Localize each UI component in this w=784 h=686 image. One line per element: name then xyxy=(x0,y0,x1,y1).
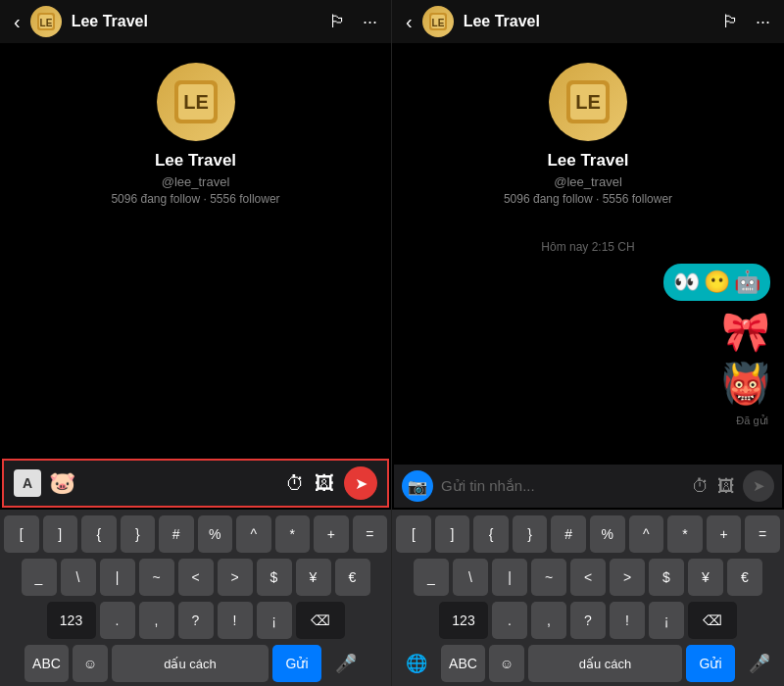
kb-key[interactable]: ^ xyxy=(629,515,664,553)
kb-key[interactable]: % xyxy=(198,515,233,553)
image-icon-right[interactable]: 🖼 xyxy=(717,476,735,497)
camera-button-right[interactable]: 📷 xyxy=(402,470,433,502)
kb-key[interactable]: ] xyxy=(43,515,78,553)
kb-key[interactable]: $ xyxy=(649,559,684,596)
kb-key[interactable]: $ xyxy=(257,559,292,596)
text-icon-left[interactable]: A xyxy=(14,469,41,497)
profile-name-right: Lee Travel xyxy=(547,151,628,171)
profile-stats-right: 5096 đang follow · 5556 follower xyxy=(504,192,672,206)
kb-key[interactable]: = xyxy=(353,515,388,553)
back-button-left[interactable]: ‹ xyxy=(14,11,21,33)
kb-backspace-left[interactable]: ⌫ xyxy=(296,602,345,639)
keyboard-right: [ ] { } # % ^ * + = _ \ | ~ < > $ ¥ € 12… xyxy=(392,510,784,686)
kb-key[interactable]: ? xyxy=(178,602,214,639)
profile-handle-right: @lee_travel xyxy=(554,174,622,189)
timer-icon-right[interactable]: ⏱ xyxy=(692,476,710,497)
kb-key[interactable]: # xyxy=(159,515,194,553)
kb-key[interactable]: > xyxy=(610,559,645,596)
kb-key[interactable]: } xyxy=(121,515,156,553)
kb-emoji-left[interactable]: ☺ xyxy=(73,645,108,682)
emoji-icon-left[interactable]: 🐷 xyxy=(49,470,75,496)
kb-key[interactable]: ! xyxy=(218,602,253,639)
kb-emoji-right[interactable]: ☺ xyxy=(489,645,524,682)
kb-key[interactable]: ~ xyxy=(531,559,566,596)
kb-key[interactable]: , xyxy=(139,602,174,639)
kb-key[interactable]: € xyxy=(727,559,762,596)
kb-key[interactable]: + xyxy=(707,515,742,553)
kb-key[interactable]: # xyxy=(551,515,586,553)
kb-key[interactable]: < xyxy=(570,559,606,596)
send-button-left[interactable]: ➤ xyxy=(344,466,377,500)
kb-key[interactable]: > xyxy=(218,559,253,596)
globe-icon-right[interactable]: 🌐 xyxy=(396,645,437,682)
kb-row3-left: 123 . , ? ! ¡ ⌫ xyxy=(4,602,387,639)
flag-icon-right[interactable]: 🏳 xyxy=(722,12,740,32)
kb-key[interactable]: . xyxy=(492,602,527,639)
kb-key[interactable]: % xyxy=(590,515,625,553)
kb-abc-left[interactable]: ABC xyxy=(24,645,69,682)
image-icon-left[interactable]: 🖼 xyxy=(315,472,334,495)
sticker-ghost: 👹 xyxy=(721,361,770,407)
back-button-right[interactable]: ‹ xyxy=(406,11,413,33)
sticker-pink: 🎀 xyxy=(721,309,770,355)
kb-key[interactable]: = xyxy=(745,515,780,553)
kb-key[interactable]: | xyxy=(492,559,527,596)
kb-key[interactable]: ^ xyxy=(236,515,271,553)
more-icon-left[interactable]: ··· xyxy=(363,12,377,32)
kb-key[interactable]: € xyxy=(335,559,370,596)
message-bar-left: A 🐷 ⏱ 🖼 ➤ xyxy=(2,459,389,508)
kb-123-left[interactable]: 123 xyxy=(47,602,96,639)
kb-key[interactable]: ¡ xyxy=(649,602,684,639)
kb-key[interactable]: ? xyxy=(570,602,606,639)
kb-key[interactable]: * xyxy=(667,515,703,553)
send-button-right[interactable]: ➤ xyxy=(743,470,774,502)
kb-key[interactable]: { xyxy=(473,515,509,553)
header-avatar-left: LE xyxy=(30,6,62,37)
timer-icon-left[interactable]: ⏱ xyxy=(285,472,305,495)
message-input-right[interactable]: Gửi tin nhắn... xyxy=(441,477,684,495)
kb-key[interactable]: < xyxy=(178,559,214,596)
kb-key[interactable]: } xyxy=(513,515,548,553)
avatar-large-left: LE xyxy=(157,63,235,141)
more-icon-right[interactable]: ··· xyxy=(756,12,770,32)
kb-key[interactable]: [ xyxy=(396,515,431,553)
svg-text:LE: LE xyxy=(575,91,601,113)
kb-key[interactable]: , xyxy=(531,602,566,639)
kb-123-right[interactable]: 123 xyxy=(439,602,488,639)
header-title-right: Lee Travel xyxy=(464,13,712,30)
kb-key[interactable]: [ xyxy=(4,515,39,553)
kb-send-right[interactable]: Gửi xyxy=(686,645,735,682)
profile-stats-left: 5096 đang follow · 5556 follower xyxy=(111,192,279,206)
send-icon-left: ➤ xyxy=(355,474,368,493)
kb-key[interactable]: * xyxy=(275,515,311,553)
kb-key[interactable]: _ xyxy=(414,559,449,596)
kb-key[interactable]: ¥ xyxy=(296,559,331,596)
sticker-bubble: 👀 😶 🤖 xyxy=(663,264,770,301)
kb-space-right[interactable]: dấu cách xyxy=(528,645,682,682)
kb-key[interactable]: ¡ xyxy=(257,602,292,639)
kb-space-left[interactable]: dấu cách xyxy=(112,645,269,682)
kb-key[interactable]: + xyxy=(314,515,349,553)
message-bar-left-content: A 🐷 xyxy=(14,469,277,497)
kb-key[interactable]: \ xyxy=(453,559,488,596)
kb-backspace-right[interactable]: ⌫ xyxy=(688,602,737,639)
profile-section-left: LE Lee Travel @lee_travel 5096 đang foll… xyxy=(0,43,391,220)
kb-key[interactable]: _ xyxy=(22,559,57,596)
kb-key[interactable]: \ xyxy=(61,559,96,596)
kb-key[interactable]: ¥ xyxy=(688,559,723,596)
kb-key[interactable]: ] xyxy=(435,515,470,553)
sticker-1: 👀 xyxy=(673,270,700,295)
profile-name-left: Lee Travel xyxy=(155,151,236,171)
microphone-icon-right[interactable]: 🎤 xyxy=(739,645,780,682)
kb-key[interactable]: ! xyxy=(610,602,645,639)
flag-icon-left[interactable]: 🏳 xyxy=(329,12,347,32)
kb-key[interactable]: ~ xyxy=(139,559,174,596)
message-bubble-stickers: 👀 😶 🤖 xyxy=(406,264,770,301)
kb-key[interactable]: . xyxy=(100,602,135,639)
kb-abc-right[interactable]: ABC xyxy=(441,645,485,682)
kb-key[interactable]: { xyxy=(81,515,117,553)
kb-send-left[interactable]: Gửi xyxy=(272,645,321,682)
microphone-icon-left[interactable]: 🎤 xyxy=(325,645,367,682)
kb-key[interactable]: | xyxy=(100,559,135,596)
keyboard-left: [ ] { } # % ^ * + = _ \ | ~ < > $ ¥ € 12… xyxy=(0,510,391,686)
